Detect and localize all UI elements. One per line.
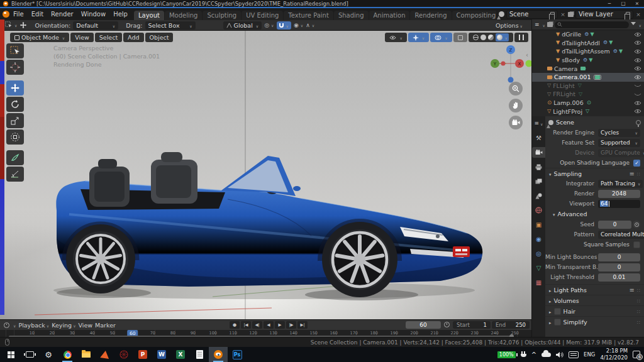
annotate-tool[interactable]	[6, 150, 24, 165]
add-menu[interactable]: Add	[123, 33, 143, 42]
maximize-button[interactable]: □	[619, 1, 627, 6]
outliner-row[interactable]: Camera	[532, 64, 644, 73]
falloff-icon[interactable]: ∧	[306, 22, 314, 28]
tab-object-data[interactable]: ▽	[532, 263, 545, 273]
jump-to-start-button[interactable]	[241, 321, 251, 329]
menu-help[interactable]: Help	[109, 11, 131, 18]
render-samples-field[interactable]: 2048	[598, 190, 640, 198]
tab-render[interactable]	[532, 147, 545, 158]
jump-to-end-button[interactable]	[297, 321, 308, 329]
proportional-editing-icon[interactable]: ◉	[294, 22, 303, 28]
language-indicator[interactable]: ENG	[584, 351, 595, 358]
tab-shading[interactable]: Shading	[334, 11, 369, 20]
simplify-checkbox[interactable]	[554, 319, 561, 326]
pan-hand-icon[interactable]	[509, 99, 523, 112]
show-gizmo-toggle[interactable]	[408, 33, 429, 42]
select-box-tool[interactable]	[6, 43, 24, 58]
playback-menu[interactable]: Playback	[18, 322, 49, 329]
outliner-row[interactable]: ⊙Lamp.006⊙	[532, 99, 644, 107]
minimize-button[interactable]: ─	[606, 1, 613, 6]
presets-icon[interactable]	[630, 287, 635, 293]
hide-toggle[interactable]	[634, 92, 641, 97]
menu-render[interactable]: Render	[47, 11, 77, 18]
rendered-shading-toggle[interactable]	[496, 33, 509, 41]
osl-checkbox[interactable]	[633, 160, 640, 167]
outliner-row-selected[interactable]: Camera.001	[532, 73, 644, 82]
min-light-bounces-field[interactable]: 0	[598, 253, 640, 261]
volumes-panel-header[interactable]: Volumes	[545, 295, 644, 305]
display-mode-icon[interactable]	[547, 22, 553, 27]
seed-field[interactable]: 0	[598, 221, 631, 229]
menu-edit[interactable]: Edit	[28, 11, 47, 18]
outliner-row[interactable]: ▼dGrille⚙▼	[532, 30, 644, 39]
hide-toggle[interactable]	[634, 58, 641, 63]
start-button[interactable]	[1, 347, 20, 362]
sidebar-toggle-icon[interactable]: ‹	[526, 52, 528, 58]
keying-menu[interactable]: Keying	[52, 322, 75, 329]
powerpoint-app[interactable]: P	[133, 347, 152, 362]
speaker-icon[interactable]	[556, 351, 564, 358]
integrator-dropdown[interactable]: Path Tracing	[598, 180, 643, 188]
drag-dropdown[interactable]: Select Box	[145, 21, 196, 30]
xray-toggle[interactable]	[453, 33, 467, 42]
hide-toggle[interactable]	[634, 83, 641, 88]
hide-toggle[interactable]	[634, 75, 641, 80]
word-app[interactable]: W	[152, 347, 171, 362]
onedrive-icon[interactable]	[541, 353, 551, 357]
play-button[interactable]	[275, 321, 285, 329]
menu-window[interactable]: Window	[77, 11, 109, 18]
options-dropdown[interactable]: Options	[496, 22, 523, 29]
outliner-row[interactable]: ▽FRLight▽	[532, 90, 644, 99]
hide-toggle[interactable]	[634, 109, 641, 114]
view-menu[interactable]: View	[79, 322, 93, 329]
object-menu[interactable]: Object	[145, 33, 174, 42]
pin-icon[interactable]	[636, 120, 641, 125]
matlab-app[interactable]	[96, 347, 114, 362]
hide-toggle[interactable]	[634, 40, 641, 45]
excel-app[interactable]: X	[171, 347, 190, 362]
sampling-panel-header[interactable]: Sampling	[545, 168, 644, 178]
current-frame-field[interactable]: 60	[406, 321, 441, 329]
prev-keyframe-button[interactable]	[252, 321, 262, 329]
device-dropdown[interactable]: GPU Compute	[598, 149, 644, 157]
next-keyframe-button[interactable]	[286, 321, 296, 329]
tab-rendering[interactable]: Rendering	[410, 11, 451, 20]
solid-shading-icon[interactable]	[480, 35, 486, 40]
navigation-gizmo[interactable]: Z Y X	[487, 45, 531, 85]
new-view-layer-icon[interactable]	[626, 12, 630, 17]
tab-scene[interactable]	[532, 190, 545, 201]
battery-indicator[interactable]: 100%	[497, 351, 516, 358]
tab-sculpting[interactable]: Sculpting	[203, 11, 241, 20]
feature-set-dropdown[interactable]: Supported	[598, 139, 640, 147]
tab-constraints[interactable]: ◎	[532, 248, 545, 259]
end-frame-field[interactable]: End250	[492, 321, 530, 329]
cursor-tool[interactable]	[6, 60, 24, 75]
remove-view-layer-icon[interactable]	[635, 11, 641, 18]
menu-file[interactable]: File	[9, 11, 28, 18]
tab-world[interactable]	[532, 205, 545, 216]
blender-menu-icon[interactable]	[3, 11, 9, 18]
editor-type-icon[interactable]: ≡	[532, 118, 545, 129]
outliner-row[interactable]: ▼dTailLightAssem⚙▼	[532, 47, 644, 56]
zoom-icon[interactable]	[509, 82, 523, 96]
unlink-scene-icon[interactable]	[560, 11, 566, 18]
select-menu[interactable]: Select	[95, 33, 122, 42]
outliner-row[interactable]: ▼dTailightAddl⚙▼	[532, 39, 644, 48]
web-app[interactable]	[114, 347, 133, 362]
filter-icon[interactable]	[631, 22, 636, 28]
file-explorer-app[interactable]	[77, 347, 96, 362]
outliner-row[interactable]: ▼sBody⚙▼	[532, 56, 644, 65]
editor-type-icon[interactable]: ≡	[535, 22, 540, 28]
hide-toggle[interactable]	[634, 66, 641, 71]
view-menu[interactable]: View	[70, 33, 94, 42]
viewport-samples-field-editing[interactable]: 64	[598, 200, 640, 208]
blender-app[interactable]	[209, 347, 228, 362]
start-frame-field[interactable]: Start1	[453, 321, 491, 329]
use-preview-range-icon[interactable]	[444, 322, 450, 327]
tweak-tool-icon[interactable]	[19, 21, 27, 29]
view-layer-selector[interactable]: View Layer	[575, 10, 633, 19]
chrome-app[interactable]	[58, 347, 77, 362]
tab-compositing[interactable]: Compositing	[452, 11, 496, 20]
record-button[interactable]	[230, 321, 240, 329]
new-scene-icon[interactable]	[550, 12, 555, 17]
